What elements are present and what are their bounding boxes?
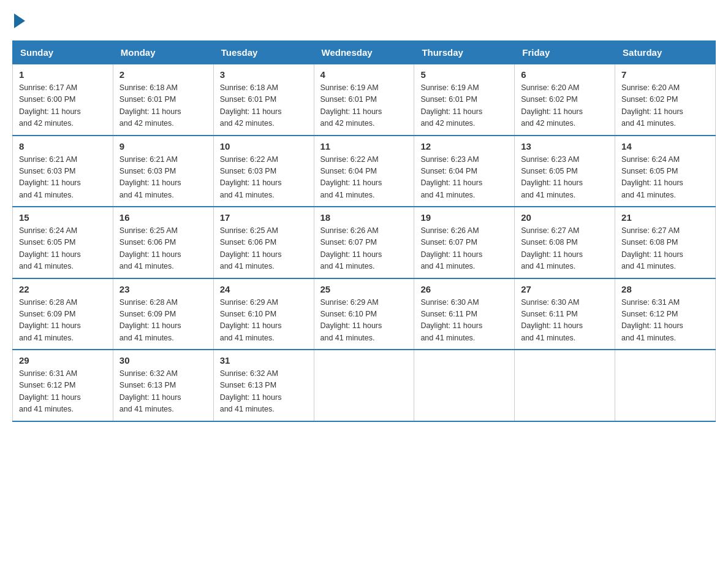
calendar-cell: 22Sunrise: 6:28 AMSunset: 6:09 PMDayligh… xyxy=(13,278,113,350)
calendar-cell: 3Sunrise: 6:18 AMSunset: 6:01 PMDaylight… xyxy=(213,64,314,136)
calendar-cell: 31Sunrise: 6:32 AMSunset: 6:13 PMDayligh… xyxy=(213,350,314,421)
day-info: Sunrise: 6:32 AMSunset: 6:13 PMDaylight:… xyxy=(220,368,308,416)
day-info: Sunrise: 6:30 AMSunset: 6:11 PMDaylight:… xyxy=(521,297,609,345)
day-number: 12 xyxy=(420,141,508,151)
day-info: Sunrise: 6:21 AMSunset: 6:03 PMDaylight:… xyxy=(19,154,107,202)
calendar-cell xyxy=(615,350,716,421)
day-number: 2 xyxy=(119,69,207,80)
day-number: 15 xyxy=(19,212,107,223)
calendar-cell: 21Sunrise: 6:27 AMSunset: 6:08 PMDayligh… xyxy=(615,207,716,278)
day-info: Sunrise: 6:25 AMSunset: 6:06 PMDaylight:… xyxy=(220,225,308,273)
logo xyxy=(12,12,25,28)
day-info: Sunrise: 6:26 AMSunset: 6:07 PMDaylight:… xyxy=(420,225,508,273)
day-number: 7 xyxy=(621,69,709,80)
day-info: Sunrise: 6:28 AMSunset: 6:09 PMDaylight:… xyxy=(19,297,107,345)
calendar-cell: 7Sunrise: 6:20 AMSunset: 6:02 PMDaylight… xyxy=(615,64,716,136)
day-number: 14 xyxy=(621,141,709,151)
calendar-cell: 15Sunrise: 6:24 AMSunset: 6:05 PMDayligh… xyxy=(13,207,113,278)
day-info: Sunrise: 6:18 AMSunset: 6:01 PMDaylight:… xyxy=(220,82,308,130)
calendar-cell: 12Sunrise: 6:23 AMSunset: 6:04 PMDayligh… xyxy=(414,136,515,207)
day-number: 5 xyxy=(420,69,508,80)
calendar-cell: 11Sunrise: 6:22 AMSunset: 6:04 PMDayligh… xyxy=(314,136,414,207)
calendar-cell: 17Sunrise: 6:25 AMSunset: 6:06 PMDayligh… xyxy=(213,207,314,278)
day-info: Sunrise: 6:32 AMSunset: 6:13 PMDaylight:… xyxy=(119,368,207,416)
calendar-cell: 23Sunrise: 6:28 AMSunset: 6:09 PMDayligh… xyxy=(113,278,213,350)
day-header-saturday: Saturday xyxy=(615,41,716,64)
day-number: 1 xyxy=(19,69,107,80)
day-header-thursday: Thursday xyxy=(414,41,515,64)
day-number: 11 xyxy=(320,141,408,151)
calendar-cell: 14Sunrise: 6:24 AMSunset: 6:05 PMDayligh… xyxy=(615,136,716,207)
calendar-cell: 20Sunrise: 6:27 AMSunset: 6:08 PMDayligh… xyxy=(515,207,615,278)
day-info: Sunrise: 6:27 AMSunset: 6:08 PMDaylight:… xyxy=(621,225,709,273)
day-info: Sunrise: 6:19 AMSunset: 6:01 PMDaylight:… xyxy=(320,82,408,130)
calendar-cell: 10Sunrise: 6:22 AMSunset: 6:03 PMDayligh… xyxy=(213,136,314,207)
day-number: 4 xyxy=(320,69,408,80)
day-info: Sunrise: 6:25 AMSunset: 6:06 PMDaylight:… xyxy=(119,225,207,273)
day-header-tuesday: Tuesday xyxy=(213,41,314,64)
day-number: 31 xyxy=(220,355,308,366)
calendar-cell: 16Sunrise: 6:25 AMSunset: 6:06 PMDayligh… xyxy=(113,207,213,278)
calendar-cell: 26Sunrise: 6:30 AMSunset: 6:11 PMDayligh… xyxy=(414,278,515,350)
calendar-cell: 1Sunrise: 6:17 AMSunset: 6:00 PMDaylight… xyxy=(13,64,113,136)
day-info: Sunrise: 6:23 AMSunset: 6:04 PMDaylight:… xyxy=(420,154,508,202)
day-number: 26 xyxy=(420,284,508,294)
day-info: Sunrise: 6:30 AMSunset: 6:11 PMDaylight:… xyxy=(420,297,508,345)
day-number: 9 xyxy=(119,141,207,151)
day-number: 18 xyxy=(320,212,408,223)
day-info: Sunrise: 6:22 AMSunset: 6:03 PMDaylight:… xyxy=(220,154,308,202)
day-number: 13 xyxy=(521,141,609,151)
day-number: 22 xyxy=(19,284,107,294)
day-info: Sunrise: 6:31 AMSunset: 6:12 PMDaylight:… xyxy=(621,297,709,345)
day-number: 20 xyxy=(521,212,609,223)
calendar-cell xyxy=(414,350,515,421)
calendar-week-row: 1Sunrise: 6:17 AMSunset: 6:00 PMDaylight… xyxy=(13,64,716,136)
calendar-week-row: 22Sunrise: 6:28 AMSunset: 6:09 PMDayligh… xyxy=(13,278,716,350)
calendar-header-row: SundayMondayTuesdayWednesdayThursdayFrid… xyxy=(13,41,716,64)
calendar-week-row: 29Sunrise: 6:31 AMSunset: 6:12 PMDayligh… xyxy=(13,350,716,421)
calendar-cell: 29Sunrise: 6:31 AMSunset: 6:12 PMDayligh… xyxy=(13,350,113,421)
day-number: 24 xyxy=(220,284,308,294)
day-info: Sunrise: 6:19 AMSunset: 6:01 PMDaylight:… xyxy=(420,82,508,130)
calendar-cell: 19Sunrise: 6:26 AMSunset: 6:07 PMDayligh… xyxy=(414,207,515,278)
day-header-monday: Monday xyxy=(113,41,213,64)
calendar-cell: 24Sunrise: 6:29 AMSunset: 6:10 PMDayligh… xyxy=(213,278,314,350)
day-info: Sunrise: 6:22 AMSunset: 6:04 PMDaylight:… xyxy=(320,154,408,202)
calendar-cell: 5Sunrise: 6:19 AMSunset: 6:01 PMDaylight… xyxy=(414,64,515,136)
calendar-cell: 25Sunrise: 6:29 AMSunset: 6:10 PMDayligh… xyxy=(314,278,414,350)
page-header xyxy=(12,12,716,28)
calendar-cell: 2Sunrise: 6:18 AMSunset: 6:01 PMDaylight… xyxy=(113,64,213,136)
calendar-cell: 9Sunrise: 6:21 AMSunset: 6:03 PMDaylight… xyxy=(113,136,213,207)
day-number: 30 xyxy=(119,355,207,366)
day-info: Sunrise: 6:21 AMSunset: 6:03 PMDaylight:… xyxy=(119,154,207,202)
calendar-week-row: 8Sunrise: 6:21 AMSunset: 6:03 PMDaylight… xyxy=(13,136,716,207)
day-info: Sunrise: 6:29 AMSunset: 6:10 PMDaylight:… xyxy=(220,297,308,345)
day-info: Sunrise: 6:27 AMSunset: 6:08 PMDaylight:… xyxy=(521,225,609,273)
calendar-table: SundayMondayTuesdayWednesdayThursdayFrid… xyxy=(12,40,716,422)
day-info: Sunrise: 6:28 AMSunset: 6:09 PMDaylight:… xyxy=(119,297,207,345)
day-number: 6 xyxy=(521,69,609,80)
calendar-cell xyxy=(515,350,615,421)
day-header-wednesday: Wednesday xyxy=(314,41,414,64)
day-number: 21 xyxy=(621,212,709,223)
day-info: Sunrise: 6:29 AMSunset: 6:10 PMDaylight:… xyxy=(320,297,408,345)
day-number: 23 xyxy=(119,284,207,294)
logo-arrow-icon xyxy=(14,13,25,28)
day-number: 16 xyxy=(119,212,207,223)
day-info: Sunrise: 6:23 AMSunset: 6:05 PMDaylight:… xyxy=(521,154,609,202)
day-info: Sunrise: 6:17 AMSunset: 6:00 PMDaylight:… xyxy=(19,82,107,130)
day-info: Sunrise: 6:18 AMSunset: 6:01 PMDaylight:… xyxy=(119,82,207,130)
day-number: 19 xyxy=(420,212,508,223)
day-number: 25 xyxy=(320,284,408,294)
calendar-cell: 8Sunrise: 6:21 AMSunset: 6:03 PMDaylight… xyxy=(13,136,113,207)
day-info: Sunrise: 6:31 AMSunset: 6:12 PMDaylight:… xyxy=(19,368,107,416)
day-info: Sunrise: 6:24 AMSunset: 6:05 PMDaylight:… xyxy=(19,225,107,273)
day-info: Sunrise: 6:20 AMSunset: 6:02 PMDaylight:… xyxy=(521,82,609,130)
day-number: 28 xyxy=(621,284,709,294)
calendar-cell: 27Sunrise: 6:30 AMSunset: 6:11 PMDayligh… xyxy=(515,278,615,350)
day-header-friday: Friday xyxy=(515,41,615,64)
calendar-cell: 13Sunrise: 6:23 AMSunset: 6:05 PMDayligh… xyxy=(515,136,615,207)
day-number: 8 xyxy=(19,141,107,151)
calendar-cell: 4Sunrise: 6:19 AMSunset: 6:01 PMDaylight… xyxy=(314,64,414,136)
calendar-cell: 28Sunrise: 6:31 AMSunset: 6:12 PMDayligh… xyxy=(615,278,716,350)
